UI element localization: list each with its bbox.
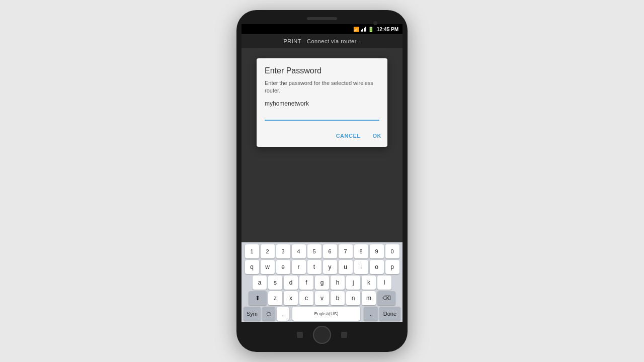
battery-icon: 🔋	[368, 27, 374, 32]
status-bar: 📶 🔋 12:45 PM	[242, 24, 403, 34]
cancel-button[interactable]: CANCEL	[334, 131, 363, 141]
done-label: Done	[383, 311, 396, 317]
key-2[interactable]: 2	[261, 244, 275, 258]
key-4[interactable]: 4	[292, 244, 306, 258]
dialog-body: Enter the password for the selected wire…	[257, 79, 387, 129]
key-p[interactable]: p	[385, 260, 399, 274]
signal-icon	[361, 27, 366, 32]
key-j[interactable]: j	[346, 276, 360, 290]
recent-button[interactable]	[341, 332, 347, 338]
shift-key[interactable]: ⬆	[249, 291, 267, 305]
dialog-title: Enter Password	[257, 58, 387, 79]
status-icons: 📶 🔋	[353, 27, 374, 32]
key-0[interactable]: 0	[385, 244, 399, 258]
dialog-actions: CANCEL OK	[257, 129, 387, 147]
back-button[interactable]	[297, 332, 303, 338]
dialog-overlay: Enter Password Enter the password for th…	[242, 48, 403, 242]
keyboard-row-numbers: 1 2 3 4 5 6 7 8 9 0	[243, 244, 401, 258]
password-input[interactable]	[265, 110, 379, 121]
emoji-key[interactable]: ☺	[262, 307, 275, 321]
key-y[interactable]: y	[323, 260, 337, 274]
key-o[interactable]: o	[370, 260, 384, 274]
wifi-icon: 📶	[353, 27, 359, 32]
key-5[interactable]: 5	[307, 244, 321, 258]
key-m[interactable]: m	[362, 291, 376, 305]
done-key[interactable]: Done	[379, 307, 400, 321]
key-u[interactable]: u	[339, 260, 353, 274]
ok-button[interactable]: OK	[371, 131, 384, 141]
key-6[interactable]: 6	[323, 244, 337, 258]
key-s[interactable]: s	[268, 276, 282, 290]
space-key[interactable]: English(US)	[292, 307, 360, 321]
key-l[interactable]: l	[377, 276, 391, 290]
backspace-key[interactable]: ⌫	[377, 291, 395, 305]
network-name: myhomenetwork	[265, 100, 379, 107]
key-h[interactable]: h	[331, 276, 345, 290]
key-k[interactable]: k	[362, 276, 376, 290]
key-t[interactable]: t	[307, 260, 321, 274]
front-camera	[373, 21, 377, 25]
dialog-description: Enter the password for the selected wire…	[265, 79, 379, 95]
home-button[interactable]	[313, 326, 331, 344]
key-n[interactable]: n	[346, 291, 360, 305]
speaker	[307, 17, 337, 20]
key-7[interactable]: 7	[339, 244, 353, 258]
sym-label: Sym	[247, 311, 258, 317]
key-q[interactable]: q	[245, 260, 259, 274]
key-8[interactable]: 8	[354, 244, 368, 258]
phone-frame: 📶 🔋 12:45 PM PRINT - Connect via router …	[236, 10, 408, 352]
phone-nav	[297, 322, 347, 345]
key-z[interactable]: z	[268, 291, 282, 305]
keyboard: 1 2 3 4 5 6 7 8 9 0 q w e r t y u i	[242, 242, 403, 322]
key-r[interactable]: r	[292, 260, 306, 274]
status-time: 12:45 PM	[377, 27, 398, 32]
key-c[interactable]: c	[299, 291, 313, 305]
keyboard-row-asdf: a s d f g h j k l	[243, 276, 401, 290]
key-v[interactable]: v	[315, 291, 329, 305]
app-bar-title: PRINT - Connect via router -	[283, 38, 360, 44]
app-bar: PRINT - Connect via router -	[242, 34, 403, 48]
sym-key[interactable]: Sym	[244, 307, 261, 321]
key-x[interactable]: x	[284, 291, 298, 305]
key-1[interactable]: 1	[245, 244, 259, 258]
key-a[interactable]: a	[253, 276, 267, 290]
key-9[interactable]: 9	[370, 244, 384, 258]
comma-key[interactable]: ,	[277, 307, 289, 321]
keyboard-row-zxcv: ⬆ z x c v b n m ⌫	[243, 291, 401, 305]
key-e[interactable]: e	[276, 260, 290, 274]
key-w[interactable]: w	[261, 260, 275, 274]
password-dialog: Enter Password Enter the password for th…	[257, 58, 387, 147]
space-label: English(US)	[314, 311, 338, 316]
key-i[interactable]: i	[354, 260, 368, 274]
key-b[interactable]: b	[331, 291, 345, 305]
key-d[interactable]: d	[284, 276, 298, 290]
keyboard-row-qwerty: q w e r t y u i o p	[243, 260, 401, 274]
key-f[interactable]: f	[299, 276, 313, 290]
keyboard-bottom-row: Sym ☺ , English(US) . Done	[243, 307, 401, 321]
phone-screen: 📶 🔋 12:45 PM PRINT - Connect via router …	[242, 24, 403, 322]
key-g[interactable]: g	[315, 276, 329, 290]
period-key[interactable]: .	[364, 307, 378, 321]
content-area: Enter Password Enter the password for th…	[242, 48, 403, 242]
key-3[interactable]: 3	[276, 244, 290, 258]
